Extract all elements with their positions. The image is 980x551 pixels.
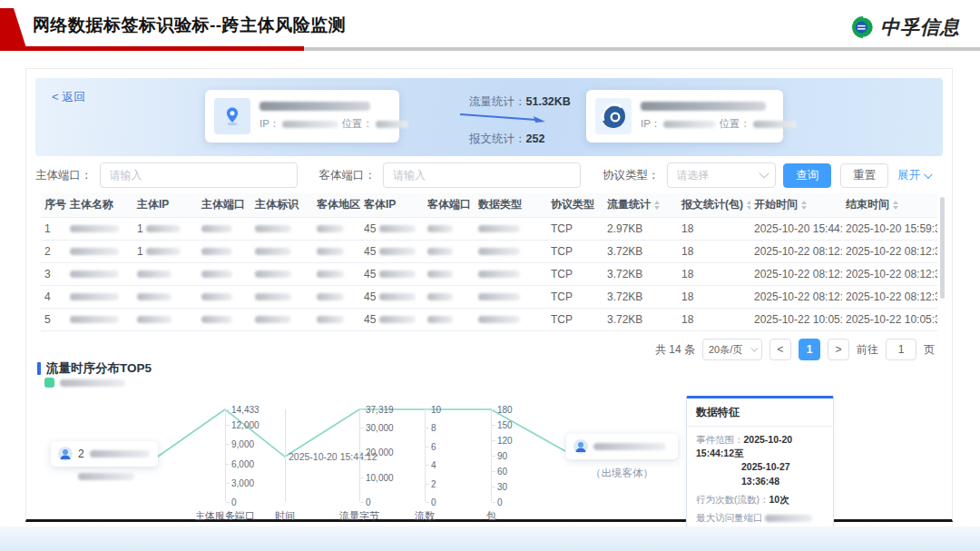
search-button[interactable]: 查询 — [783, 163, 831, 188]
table-cell — [424, 217, 475, 240]
table-cell — [133, 285, 198, 308]
redacted-cell — [255, 248, 291, 255]
sort-icon[interactable] — [893, 201, 898, 210]
table-scrollbar-thumb[interactable] — [940, 197, 945, 299]
column-header-12[interactable]: 开始时间 — [750, 193, 842, 217]
event-range-value-2: 2025-10-27 13:36:48 — [741, 460, 824, 487]
redacted-cell — [201, 293, 232, 300]
table-row[interactable]: 11 45 TCP2.97KB182025-10-20 15:44:122025… — [41, 217, 937, 240]
table-row[interactable]: 345 TCP3.72KB182025-10-22 08:12:302025-1… — [41, 262, 937, 285]
flow-stats: 流量统计：51.32KB 报文统计：252 — [458, 90, 594, 147]
tick-mark — [492, 440, 495, 441]
protocol-type-select[interactable]: 请选择 — [667, 162, 776, 188]
next-page-button[interactable]: > — [828, 339, 849, 360]
table-row[interactable]: 445 TCP3.72KB182025-10-22 08:12:352025-1… — [41, 285, 937, 308]
axis-2 — [359, 409, 360, 502]
table-cell — [313, 262, 360, 285]
tick-mark — [226, 444, 230, 445]
tick-mark — [426, 428, 429, 428]
subject-port-label: 主体端口： — [35, 168, 93, 183]
tick-label: 14,433 — [231, 405, 260, 415]
table-cell: 1 — [133, 240, 198, 262]
target-ip-label: IP： — [641, 117, 661, 131]
column-header-11[interactable]: 报文统计(包) — [678, 193, 750, 217]
target-ip-redacted — [663, 121, 716, 128]
table-cell: 3.72KB — [603, 308, 678, 330]
column-header-8: 数据类型 — [475, 193, 547, 217]
redacted-cell — [201, 316, 232, 323]
subject-port-input[interactable] — [110, 169, 288, 182]
redacted-cell — [70, 225, 119, 232]
chart-object-entity[interactable] — [566, 434, 678, 459]
page-1-button[interactable]: 1 — [799, 339, 820, 360]
table-cell: 3.72KB — [603, 240, 678, 262]
table-cell: 1 — [133, 217, 198, 240]
chart-legend[interactable] — [44, 378, 125, 388]
redacted-cell — [70, 316, 119, 323]
table-row[interactable]: 545 TCP3.72KB182025-10-22 10:05:322025-1… — [41, 308, 937, 330]
reset-button[interactable]: 重置 — [840, 163, 888, 188]
sort-icon[interactable] — [801, 201, 807, 210]
table-cell: 18 — [678, 285, 750, 308]
table-cell — [424, 240, 475, 262]
column-header-7: 客体端口 — [424, 193, 475, 217]
tick-label: 0 — [497, 497, 503, 507]
title-underline-red — [11, 46, 304, 51]
table-cell — [424, 308, 475, 330]
table-cell: 45 — [360, 217, 424, 240]
source-entity-card: IP： 位置： — [205, 90, 399, 143]
flow-stat-value: 51.32KB — [526, 95, 571, 108]
table-cell: 3 — [41, 262, 66, 285]
tick-mark — [226, 483, 230, 484]
tick-mark — [492, 409, 495, 410]
column-header-10[interactable]: 流量统计 — [603, 193, 678, 217]
feature-panel-title: 数据特征 — [687, 398, 833, 427]
protocol-type-label: 协议类型： — [603, 168, 660, 183]
chart-source-entity[interactable]: 2 — [51, 441, 158, 467]
goto-page-input[interactable]: 1 — [886, 339, 916, 360]
redacted-cell — [427, 225, 453, 232]
table-cell: 45 — [360, 285, 424, 308]
pagination: 共 14 条 20条/页 < 1 > 前往 1 页 — [655, 339, 935, 360]
table-cell — [251, 308, 313, 330]
object-port-input[interactable] — [393, 169, 571, 182]
source-entity-name-redacted — [260, 102, 370, 111]
table-cell — [313, 240, 360, 262]
redacted-cell — [379, 225, 416, 232]
tick-mark — [426, 502, 429, 503]
page-title: 网络数据标签标识验标--跨主体风险监测 — [33, 14, 346, 37]
redacted-cell — [255, 293, 291, 300]
tick-mark — [360, 409, 364, 410]
goto-label: 前往 — [857, 342, 878, 358]
max-port-row: 最大访问量端口 — [696, 511, 824, 525]
redacted-cell — [478, 316, 520, 323]
table-row[interactable]: 21 45 TCP3.72KB182025-10-22 08:12:292025… — [41, 240, 937, 262]
expand-button[interactable]: 展开 — [897, 168, 930, 183]
redacted-cell — [317, 248, 344, 255]
column-header-13[interactable]: 结束时间 — [842, 193, 937, 217]
sort-icon[interactable] — [747, 201, 750, 210]
flow-stat-label: 流量统计： — [469, 95, 526, 108]
page-size-select[interactable]: 20条/页 — [702, 339, 762, 360]
redacted-cell — [255, 271, 291, 278]
tick-mark — [226, 425, 230, 426]
column-header-1: 主体名称 — [66, 193, 133, 217]
user-avatar-icon — [58, 447, 73, 461]
sort-icon[interactable] — [654, 201, 660, 210]
back-button[interactable]: < 返回 — [52, 89, 85, 105]
column-header-3: 主体端口 — [198, 193, 251, 217]
flow-arrow-icon — [458, 112, 549, 124]
redacted-cell — [317, 293, 344, 300]
tick-label: 30 — [497, 482, 507, 492]
tick-mark — [226, 409, 230, 410]
table-cell: 3.72KB — [603, 285, 678, 308]
tick-mark — [492, 502, 495, 503]
bottom-background — [0, 526, 980, 551]
table-scrollbar[interactable] — [940, 195, 945, 331]
redacted-cell — [427, 271, 453, 278]
table-cell — [251, 262, 313, 285]
tick-mark — [426, 484, 429, 485]
prev-page-button[interactable]: < — [769, 339, 791, 360]
table-cell: 4 — [41, 285, 66, 308]
tick-label: 4 — [431, 460, 436, 470]
